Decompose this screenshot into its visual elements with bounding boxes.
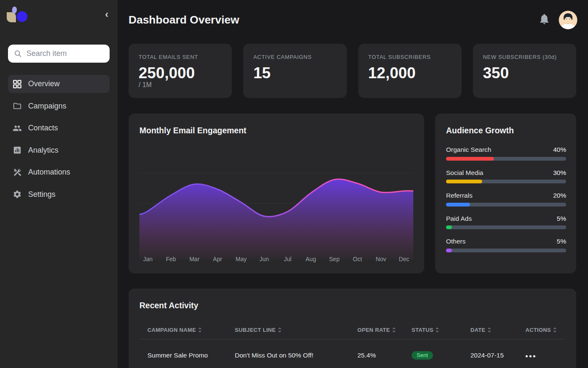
svg-text:Nov: Nov xyxy=(376,256,386,262)
svg-text:Jan: Jan xyxy=(143,256,153,262)
svg-text:Oct: Oct xyxy=(353,256,362,262)
svg-text:Feb: Feb xyxy=(166,256,176,262)
svg-text:Jul: Jul xyxy=(284,256,291,262)
svg-text:Apr: Apr xyxy=(213,256,222,262)
svg-text:Mar: Mar xyxy=(189,256,200,262)
svg-text:Dec: Dec xyxy=(399,256,410,262)
svg-text:Sep: Sep xyxy=(329,256,340,262)
svg-text:Aug: Aug xyxy=(306,256,316,262)
svg-text:May: May xyxy=(236,256,247,262)
svg-text:Jun: Jun xyxy=(260,256,269,262)
